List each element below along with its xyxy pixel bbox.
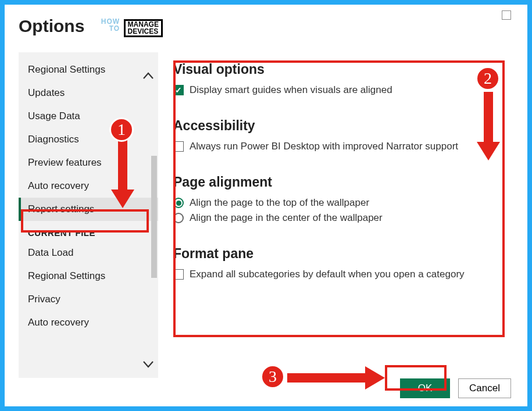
close-icon[interactable] [502, 10, 511, 20]
content-area: Regional Settings Updates Usage Data Dia… [19, 52, 513, 378]
radio-icon[interactable] [173, 213, 184, 223]
svg-rect-2 [484, 92, 493, 143]
logo-manage-devices: MANAGEDEVICES [124, 19, 163, 37]
logo-how-to: HOWTO [101, 18, 120, 32]
svg-marker-3 [477, 142, 500, 160]
svg-marker-1 [111, 190, 134, 208]
options-dialog: Options HOWTO MANAGEDEVICES Regional Set… [5, 5, 527, 406]
sidebar-item-usage-data[interactable]: Usage Data [19, 105, 158, 128]
option-align-center[interactable]: Align the page in the center of the wall… [173, 212, 498, 224]
scrollbar-thumb[interactable] [151, 156, 157, 278]
section-visual-options: Visual options [173, 62, 498, 77]
option-label: Expand all subcategories by default when… [190, 269, 465, 280]
logo-badge: HOWTO MANAGEDEVICES [101, 18, 163, 37]
chevron-down-icon[interactable] [143, 358, 153, 371]
dialog-title: Options [19, 16, 84, 36]
option-label: Align the page to the top of the wallpap… [190, 197, 369, 209]
section-page-alignment: Page alignment [173, 174, 498, 190]
checkbox-icon[interactable]: ✓ [173, 85, 184, 95]
section-header-current-file: CURRENT FILE [19, 221, 158, 241]
cancel-button[interactable]: Cancel [458, 378, 511, 398]
scrollbar-track[interactable] [151, 86, 157, 352]
arrow-right-icon [287, 366, 386, 392]
option-smart-guides[interactable]: ✓ Display smart guides when visuals are … [173, 84, 498, 96]
main-pane: Visual options ✓ Display smart guides wh… [158, 52, 513, 378]
ok-button[interactable]: OK [400, 378, 450, 398]
callout-3: 3 [260, 364, 285, 389]
section-accessibility: Accessibility [173, 118, 498, 134]
svg-rect-4 [287, 373, 366, 383]
option-align-top[interactable]: Align the page to the top of the wallpap… [173, 197, 498, 209]
sidebar-item-regional-settings[interactable]: Regional Settings [19, 58, 158, 81]
sidebar-item-report-settings[interactable]: Report settings [19, 198, 158, 221]
svg-marker-5 [365, 366, 385, 389]
sidebar-item-auto-recovery[interactable]: Auto recovery [19, 174, 158, 198]
sidebar-item-data-load[interactable]: Data Load [19, 241, 158, 265]
chevron-up-icon[interactable] [143, 69, 153, 82]
sidebar-item-regional-settings-2[interactable]: Regional Settings [19, 265, 158, 288]
checkbox-icon[interactable] [173, 141, 184, 152]
radio-icon[interactable] [173, 198, 184, 208]
sidebar-item-updates[interactable]: Updates [19, 81, 158, 105]
arrow-down-icon [477, 92, 500, 164]
sidebar-item-auto-recovery-2[interactable]: Auto recovery [19, 311, 158, 334]
option-narrator[interactable]: Always run Power BI Desktop with improve… [173, 141, 498, 152]
callout-2: 2 [476, 66, 500, 91]
svg-rect-0 [118, 140, 127, 191]
sidebar: Regional Settings Updates Usage Data Dia… [19, 52, 158, 378]
sidebar-item-preview-features[interactable]: Preview features [19, 151, 158, 174]
sidebar-item-diagnostics[interactable]: Diagnostics [19, 128, 158, 151]
option-expand-subcategories[interactable]: Expand all subcategories by default when… [173, 269, 498, 280]
arrow-down-icon [111, 140, 134, 212]
sidebar-item-privacy[interactable]: Privacy [19, 288, 158, 311]
option-label: Always run Power BI Desktop with improve… [190, 141, 458, 152]
footer-buttons: OK Cancel [400, 378, 511, 398]
checkbox-icon[interactable] [173, 269, 184, 280]
option-label: Align the page in the center of the wall… [190, 212, 383, 224]
callout-1: 1 [109, 117, 134, 142]
option-label: Display smart guides when visuals are al… [190, 84, 392, 96]
section-format-pane: Format pane [173, 246, 498, 262]
